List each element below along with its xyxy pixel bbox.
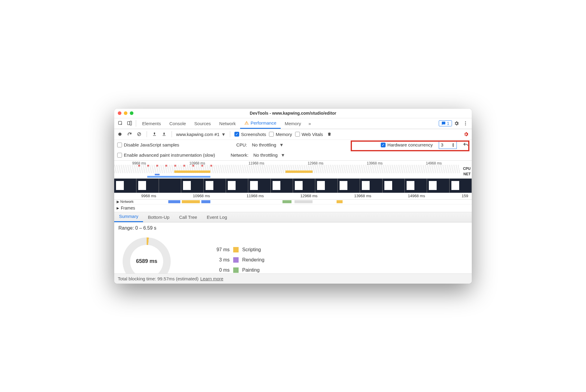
summary-range: Range: 0 – 6.59 s: [118, 225, 468, 231]
network-track-label: ▶ Network: [117, 200, 133, 204]
tab-sources[interactable]: Sources: [190, 118, 215, 129]
network-throttle-select[interactable]: Network: No throttling ▼: [231, 152, 285, 158]
timeline-overview[interactable]: 9968 ms 10968 ms 11968 ms 12968 ms 13968…: [114, 161, 472, 179]
details-tabstrip: Summary Bottom-Up Call Tree Event Log: [114, 212, 472, 222]
advanced-paint-checkbox[interactable]: Enable advanced paint instrumentation (s…: [117, 152, 215, 158]
total-blocking-time: Total blocking time: 99.57ms (estimated): [118, 276, 198, 281]
settings-icon[interactable]: [452, 119, 461, 128]
more-tabs-button[interactable]: »: [305, 119, 314, 128]
summary-total: 6589 ms: [136, 258, 157, 264]
warning-icon: [244, 121, 249, 125]
svg-rect-2: [130, 121, 132, 125]
filmstrip-frame[interactable]: [360, 179, 382, 193]
filmstrip-frame[interactable]: [159, 179, 181, 193]
learn-more-link[interactable]: Learn more: [200, 276, 223, 281]
chevron-down-icon: ▼: [279, 152, 285, 158]
tab-performance[interactable]: Performance: [240, 118, 281, 129]
chevron-down-icon: ▼: [221, 132, 226, 137]
capture-settings-icon[interactable]: [463, 131, 469, 137]
tab-bottom-up[interactable]: Bottom-Up: [143, 213, 174, 222]
filmstrip-frame[interactable]: [248, 179, 270, 193]
legend-row-scripting: 97 ms Scripting: [212, 245, 468, 255]
frames-track-header[interactable]: ▶ Frames: [114, 204, 472, 212]
device-toggle-icon[interactable]: [125, 119, 134, 128]
checkbox-icon: [234, 132, 239, 137]
inspect-element-icon[interactable]: [116, 119, 125, 128]
download-profile-button[interactable]: [161, 131, 167, 137]
tab-call-tree[interactable]: Call Tree: [174, 213, 202, 222]
checkbox-icon: [295, 132, 300, 137]
clear-button[interactable]: [136, 131, 142, 137]
upload-profile-button[interactable]: [151, 131, 158, 137]
checkbox-icon: [117, 153, 122, 158]
swatch-icon: [233, 267, 239, 273]
kebab-menu-icon[interactable]: [461, 119, 470, 128]
swatch-icon: [233, 257, 239, 263]
svg-rect-1: [127, 122, 130, 125]
flamechart-ruler[interactable]: 9968 ms 10968 ms 11968 ms 12968 ms 13968…: [114, 193, 472, 200]
memory-checkbox[interactable]: Memory: [269, 132, 292, 137]
filmstrip-frame[interactable]: [338, 179, 360, 193]
summary-footer: Total blocking time: 99.57ms (estimated)…: [114, 273, 472, 284]
record-button[interactable]: [117, 131, 123, 137]
screenshots-checkbox[interactable]: Screenshots: [234, 132, 266, 137]
summary-donut: 6589 ms: [123, 237, 171, 273]
svg-point-6: [118, 133, 122, 136]
perf-toolbar: www.kapwing.com #1 ▼ Screenshots Memory …: [114, 129, 472, 140]
trash-icon[interactable]: [326, 131, 333, 137]
webvitals-checkbox[interactable]: Web Vitals: [295, 132, 323, 137]
filmstrip-frame[interactable]: [226, 179, 248, 193]
target-select[interactable]: www.kapwing.com #1 ▼: [176, 132, 226, 137]
svg-point-5: [465, 125, 466, 125]
legend-row-rendering: 3 ms Rendering: [212, 255, 468, 265]
feedback-badge[interactable]: 1: [439, 120, 452, 126]
filmstrip-frame[interactable]: [450, 179, 472, 193]
tab-console[interactable]: Console: [165, 118, 190, 129]
tab-network[interactable]: Network: [215, 118, 240, 129]
flamechart-tracks[interactable]: ▶ Network: [114, 200, 472, 204]
filmstrip-frame[interactable]: [204, 179, 226, 193]
hardware-concurrency-highlight: [351, 140, 469, 151]
screenshot-filmstrip[interactable]: [114, 179, 472, 193]
devtools-tabstrip: Elements Console Sources Network Perform…: [114, 118, 472, 129]
checkbox-icon: [117, 143, 122, 147]
filmstrip-frame[interactable]: [315, 179, 337, 193]
checkbox-icon: [269, 132, 274, 137]
filmstrip-frame[interactable]: [271, 179, 293, 193]
window-title: DevTools - www.kapwing.com/studio/editor: [114, 111, 472, 116]
filmstrip-frame[interactable]: [114, 179, 136, 193]
tab-elements[interactable]: Elements: [138, 118, 165, 129]
legend-row-painting: 0 ms Painting: [212, 265, 468, 273]
filmstrip-frame[interactable]: [383, 179, 405, 193]
tab-event-log[interactable]: Event Log: [202, 213, 232, 222]
svg-point-4: [465, 123, 466, 124]
filmstrip-frame[interactable]: [427, 179, 449, 193]
summary-legend: 97 ms Scripting 3 ms Rendering 0 ms Pain…: [212, 245, 468, 273]
filmstrip-frame[interactable]: [405, 179, 427, 193]
chevron-down-icon: ▼: [278, 142, 284, 147]
filmstrip-frame[interactable]: [136, 179, 159, 193]
filmstrip-frame[interactable]: [293, 179, 315, 193]
filmstrip-frame[interactable]: [181, 179, 203, 193]
tab-memory[interactable]: Memory: [281, 118, 305, 129]
svg-point-3: [465, 121, 466, 122]
cpu-throttle-select[interactable]: CPU: No throttling ▼: [236, 142, 284, 147]
summary-pane: Range: 0 – 6.59 s 6589 ms 97 ms Scriptin…: [114, 222, 472, 273]
capture-options: Disable JavaScript samples CPU: No throt…: [114, 140, 472, 161]
titlebar: DevTools - www.kapwing.com/studio/editor: [114, 109, 472, 118]
overview-lane-labels: CPU NET: [463, 166, 471, 177]
reload-record-button[interactable]: [126, 131, 133, 137]
devtools-window: DevTools - www.kapwing.com/studio/editor…: [114, 109, 472, 284]
swatch-icon: [233, 247, 239, 252]
disclosure-triangle-icon: ▶: [117, 206, 119, 210]
disable-js-samples-checkbox[interactable]: Disable JavaScript samples: [117, 142, 179, 147]
tab-summary[interactable]: Summary: [114, 212, 143, 222]
